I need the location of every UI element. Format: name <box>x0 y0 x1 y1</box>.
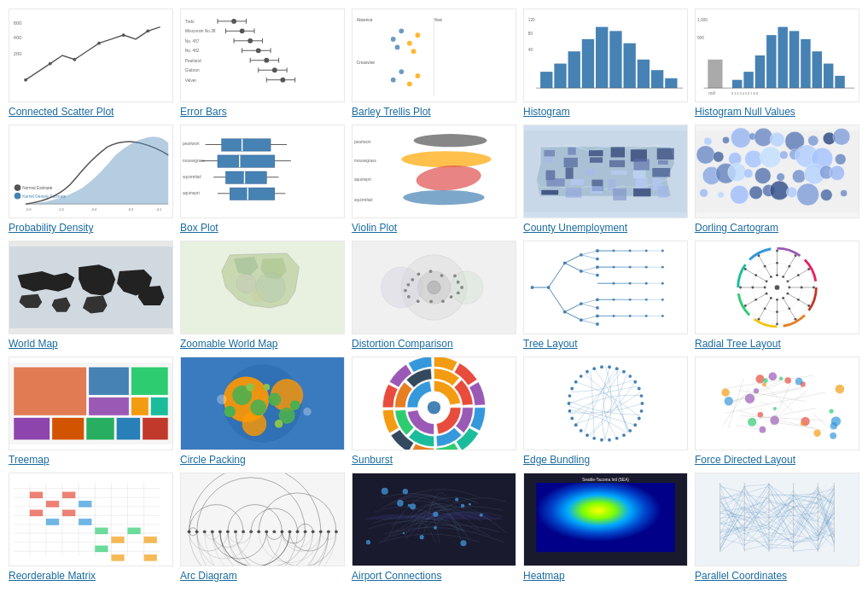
svg-point-196 <box>700 189 708 197</box>
svg-text:500: 500 <box>697 36 704 40</box>
svg-rect-113 <box>218 155 275 167</box>
chart-label-parallel-coordinates[interactable]: Parallel Coordinates <box>695 570 859 582</box>
chart-label-radial-tree-layout[interactable]: Radial Tree Layout <box>695 338 859 350</box>
svg-rect-117 <box>226 171 267 183</box>
chart-label-circle-packing[interactable]: Circle Packing <box>180 454 345 466</box>
svg-text:aquineprt: aquineprt <box>183 191 201 195</box>
svg-point-320 <box>782 297 784 299</box>
chart-cell-histogram[interactable]: 120 80 40 Histogram <box>523 9 688 118</box>
chart-cell-circle-packing[interactable]: Circle Packing <box>180 357 345 466</box>
svg-rect-370 <box>14 367 87 415</box>
svg-point-326 <box>776 310 778 313</box>
svg-point-199 <box>749 186 763 200</box>
chart-label-tree-layout[interactable]: Tree Layout <box>523 338 688 350</box>
chart-label-violin-plot[interactable]: Violin Plot <box>352 222 516 234</box>
chart-cell-heatmap[interactable]: Seattle-Tacoma Intl (SEA) Heatmap <box>523 473 688 582</box>
svg-point-221 <box>429 299 433 303</box>
chart-cell-airport-connections[interactable]: Airport Connections <box>352 473 516 582</box>
chart-label-county-unemployment[interactable]: County Unemployment <box>523 222 688 234</box>
svg-point-191 <box>777 173 785 182</box>
chart-cell-edge-bundling[interactable]: Edge Bundling <box>523 357 688 466</box>
svg-rect-154 <box>570 179 584 185</box>
chart-thumbnail-histogram-null: 1,000 500 null 0 1 2 3 4 5 6 7 8 9 <box>695 9 859 102</box>
svg-rect-88 <box>813 51 822 88</box>
chart-cell-arc-diagram[interactable]: Arc Diagram <box>180 473 345 582</box>
svg-point-133 <box>403 190 485 205</box>
chart-label-force-directed[interactable]: Force Directed Layout <box>695 454 859 466</box>
svg-rect-378 <box>86 417 114 440</box>
svg-point-205 <box>841 190 848 197</box>
chart-label-sunburst[interactable]: Sunburst <box>352 454 516 466</box>
chart-cell-histogram-null[interactable]: 1,000 500 null 0 1 2 3 4 5 6 7 8 9 Histo… <box>695 9 859 118</box>
svg-point-449 <box>801 422 804 426</box>
svg-rect-153 <box>546 178 564 187</box>
svg-point-198 <box>730 185 749 204</box>
svg-point-389 <box>268 393 281 406</box>
svg-rect-497 <box>62 510 75 517</box>
chart-label-histogram[interactable]: Histogram <box>523 106 688 118</box>
chart-label-airport-connections[interactable]: Airport Connections <box>352 570 516 582</box>
svg-text:No. 457: No. 457 <box>185 39 200 44</box>
chart-label-zoomable-world-map[interactable]: Zoomable World Map <box>180 338 345 350</box>
svg-point-53 <box>395 45 400 50</box>
svg-point-536 <box>433 512 438 517</box>
chart-label-prob-density[interactable]: Probability Density <box>9 222 173 234</box>
chart-label-box-plot[interactable]: Box Plot <box>180 222 345 234</box>
chart-cell-error-bars[interactable]: Trebi Wisconsin No.38 No. 457 No. 462 Pe… <box>180 9 345 118</box>
svg-rect-501 <box>95 528 108 535</box>
chart-label-distortion-comparison[interactable]: Distortion Comparison <box>352 338 516 350</box>
chart-cell-county-unemployment[interactable]: County Unemployment <box>523 125 688 234</box>
chart-cell-world-map[interactable]: World Map <box>9 241 173 350</box>
chart-label-edge-bundling[interactable]: Edge Bundling <box>523 454 688 466</box>
chart-label-histogram-null[interactable]: Histogram Null Values <box>695 106 859 118</box>
svg-point-43 <box>281 78 286 83</box>
svg-point-58 <box>416 73 421 78</box>
svg-point-131 <box>401 151 491 167</box>
svg-rect-70 <box>609 31 621 88</box>
svg-point-390 <box>224 406 236 417</box>
svg-rect-145 <box>633 159 649 170</box>
svg-rect-83 <box>755 55 765 88</box>
chart-cell-dorling-cartogram[interactable]: Dorling Cartogram <box>695 125 859 234</box>
chart-label-connected-scatter[interactable]: Connected Scatter Plot <box>9 106 173 118</box>
svg-point-346 <box>754 274 757 276</box>
chart-cell-distortion-comparison[interactable]: Distortion Comparison <box>352 241 516 350</box>
chart-cell-connected-scatter[interactable]: 600 400 200 Connected Scatter Plot <box>9 9 173 118</box>
chart-label-heatmap[interactable]: Heatmap <box>523 570 688 582</box>
chart-cell-tree-layout[interactable]: Tree Layout <box>523 241 688 350</box>
svg-rect-500 <box>79 519 91 525</box>
svg-point-539 <box>460 540 466 546</box>
chart-cell-box-plot[interactable]: pearlwort mousegrass squirreltail aquine… <box>180 125 345 234</box>
chart-cell-treemap[interactable]: Treemap <box>9 357 173 466</box>
chart-cell-violin-plot[interactable]: pearlwort mousegrass aquineprt squirrelt… <box>352 125 516 234</box>
chart-thumbnail-violin-plot: pearlwort mousegrass aquineprt squirrelt… <box>352 125 516 218</box>
chart-thumbnail-parallel-coordinates <box>695 473 859 566</box>
chart-cell-reorderable-matrix[interactable]: Reorderable Matrix <box>9 473 173 582</box>
chart-label-arc-diagram[interactable]: Arc Diagram <box>180 570 345 582</box>
chart-cell-zoomable-world-map[interactable]: Zoomable World Map <box>180 241 345 350</box>
chart-label-error-bars[interactable]: Error Bars <box>180 106 345 118</box>
chart-label-treemap[interactable]: Treemap <box>9 454 173 466</box>
svg-point-170 <box>754 128 773 147</box>
svg-text:pearlwort: pearlwort <box>183 142 200 146</box>
svg-point-385 <box>242 412 267 437</box>
chart-label-reorderable-matrix[interactable]: Reorderable Matrix <box>9 570 173 582</box>
svg-point-322 <box>795 318 797 321</box>
chart-label-dorling-cartogram[interactable]: Dorling Cartogram <box>695 222 859 234</box>
chart-cell-barley-trellis[interactable]: Absence Year Crossvine Barley Trellis Pl… <box>352 9 516 118</box>
svg-point-317 <box>807 305 810 307</box>
chart-cell-sunburst[interactable]: Sunburst <box>352 357 516 466</box>
chart-label-barley-trellis[interactable]: Barley Trellis Plot <box>352 106 516 118</box>
chart-cell-parallel-coordinates[interactable]: Parallel Coordinates <box>695 473 859 582</box>
svg-point-425 <box>622 370 626 374</box>
svg-point-413 <box>570 417 574 421</box>
svg-rect-502 <box>95 546 108 553</box>
svg-text:Crossvine: Crossvine <box>357 61 376 65</box>
chart-cell-radial-tree-layout[interactable]: Radial Tree Layout <box>695 241 859 350</box>
svg-point-362 <box>795 254 797 257</box>
chart-cell-force-directed[interactable]: Force Directed Layout <box>695 357 859 466</box>
chart-cell-prob-density[interactable]: Normal Estimate Kernel Density Estimate … <box>9 125 173 234</box>
chart-label-world-map[interactable]: World Map <box>9 338 173 350</box>
chart-thumbnail-circle-packing <box>180 357 345 450</box>
svg-text:400: 400 <box>14 35 22 40</box>
